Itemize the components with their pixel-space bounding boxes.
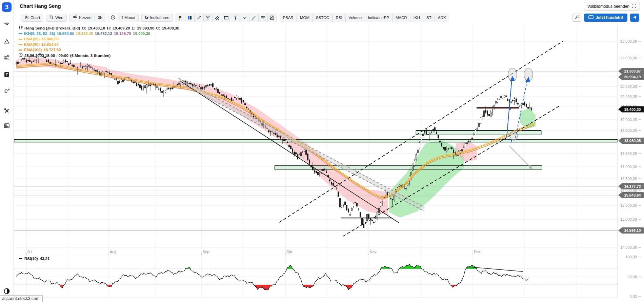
price-axis-label: 19.500,00 (620, 105, 637, 109)
stock3-logo[interactable]: 3 (2, 2, 12, 12)
price-axis: 23.000,0022.000,0020.500,0020.000,0019.5… (618, 39, 644, 299)
search-icon (49, 15, 54, 20)
edit-arrow-icon[interactable]: E (0, 86, 14, 95)
ikh-color-dash (19, 33, 22, 34)
price-axis-label: 100,00 (625, 255, 637, 259)
indicator-button-macd[interactable]: MACD (392, 14, 410, 22)
price-axis-label: 0,00 (630, 295, 637, 299)
svg-text:14.599,10: 14.599,10 (624, 228, 641, 233)
fullscreen-exit-button[interactable]: Vollbildmodus beenden (584, 2, 640, 11)
page-title: Chart Hang Seng (20, 3, 61, 9)
contrast-icon[interactable] (0, 287, 14, 296)
ema-color-dash (19, 49, 22, 51)
price-axis-label: 15.000,00 (620, 217, 637, 221)
pitchfork-icon[interactable] (203, 14, 213, 22)
price-badge (618, 68, 644, 74)
horizontal-line-icon[interactable] (240, 14, 249, 22)
price-axis-label: 18.500,00 (620, 128, 637, 133)
kerzen-label: Kerzen (79, 16, 91, 20)
ichimoku-cloud (107, 69, 203, 93)
indicator-button-sstoc[interactable]: SSTOC (313, 14, 332, 22)
low-label: L: (132, 26, 135, 31)
channel-icon[interactable] (213, 14, 222, 22)
legend-timestamp-row: 28.06.2022 18:00 - 09:00 (6 Monate, 3 St… (19, 53, 179, 58)
ichimoku-cloud (520, 108, 536, 129)
trade-now-label: Jetzt handeln! (596, 15, 623, 20)
symbol-search-button[interactable]: Wert (46, 14, 67, 22)
close-label: C: (156, 26, 160, 31)
lines-icon[interactable] (258, 14, 267, 22)
fx-icon: fx (145, 15, 148, 20)
trendline (343, 105, 560, 236)
candles (16, 54, 532, 229)
price-axis-label: 14.000,00 (620, 245, 637, 249)
support-zone (416, 130, 541, 135)
time-button[interactable] (108, 14, 118, 22)
triangle-icon[interactable] (0, 37, 14, 46)
price-badge (618, 138, 644, 144)
svg-text:15.843,64: 15.843,64 (624, 193, 641, 197)
panels-icon[interactable] (185, 14, 194, 22)
ema-line (16, 63, 535, 197)
trade-now-button[interactable]: Jetzt handeln! (584, 14, 627, 22)
indicator-button-rsi[interactable]: RSI (332, 14, 345, 22)
symbol-search-label: Wert (55, 16, 63, 20)
kerzen-button[interactable]: Kerzen (70, 14, 94, 22)
legend-instrument-row: Hang Seng (JFD Brokers, Bid) O:19.430,10… (19, 26, 179, 31)
indicator-button-st[interactable]: ST (423, 14, 435, 22)
projection-arrow (507, 79, 512, 137)
indicator-button-indicatorpp[interactable]: indicator:PP (365, 14, 392, 22)
rsi-panel (14, 264, 618, 290)
support-zone (275, 166, 542, 169)
mixer-icon[interactable] (0, 53, 14, 62)
collapse-panel-button[interactable] (630, 14, 639, 22)
price-axis-label: 23.000,00 (620, 39, 637, 43)
price-axis-label: 19.000,00 (620, 118, 637, 122)
trendline (181, 81, 399, 223)
trendline (279, 41, 563, 222)
flag-icon[interactable] (176, 14, 185, 22)
chart-type-button[interactable]: Chart (21, 14, 43, 22)
fullscreen-exit-label: Vollbildmodus beenden (587, 4, 629, 9)
indicator-button-volume[interactable]: Volume (345, 14, 365, 22)
svg-text:Okt: Okt (286, 250, 292, 254)
target-ellipse (508, 68, 517, 81)
indicator-button-psar[interactable]: PSAR (280, 14, 297, 22)
projection-arrow (516, 79, 527, 138)
tune-icon[interactable] (0, 19, 14, 28)
indicator-button-ikh[interactable]: IKH (410, 14, 423, 22)
rsi-oversold-fill (16, 264, 529, 290)
fullscreen-exit-icon (632, 4, 636, 9)
interval-button[interactable]: 3h (95, 14, 105, 22)
text-tool-icon[interactable] (231, 14, 240, 22)
period-button[interactable]: 1 Monat (118, 14, 138, 22)
svg-text:Dez: Dez (474, 250, 481, 254)
ema-label: EMA(85) (24, 37, 40, 42)
rsi-line (16, 264, 529, 290)
clock-small-icon (19, 53, 23, 58)
target-ellipse (524, 68, 533, 81)
ema-label: EMA(90) (24, 42, 40, 47)
text-box-icon[interactable]: T (0, 70, 14, 79)
svg-text:18.080,08: 18.080,08 (624, 139, 641, 143)
pattern-icon[interactable] (267, 14, 277, 22)
ikh-value: 19.400,30 (133, 31, 150, 36)
svg-text:20.994,19: 20.994,19 (624, 75, 641, 79)
sidebar-divider (3, 102, 11, 102)
rsi-value: 43,21 (40, 257, 50, 261)
wrench-cross-icon[interactable] (0, 106, 14, 115)
layout-icon[interactable] (0, 121, 14, 130)
rectangle-icon[interactable] (222, 14, 231, 22)
main-plot (14, 41, 618, 236)
rsi-overbought-fill (16, 264, 529, 290)
open-label: O: (82, 26, 86, 31)
trendline-icon[interactable] (194, 14, 203, 22)
indicator-button-adx[interactable]: ADX (435, 14, 449, 22)
brush-icon[interactable] (249, 14, 258, 22)
indicators-button[interactable]: fx Indikatoren (141, 14, 173, 22)
price-axis-label: 20.000,00 (620, 95, 637, 99)
status-bar: account.stock3.com (0, 295, 43, 302)
magic-wand-button[interactable] (572, 14, 581, 22)
toolbar-right: Jetzt handeln! (572, 14, 639, 22)
indicator-button-mom[interactable]: MOM (297, 14, 313, 22)
